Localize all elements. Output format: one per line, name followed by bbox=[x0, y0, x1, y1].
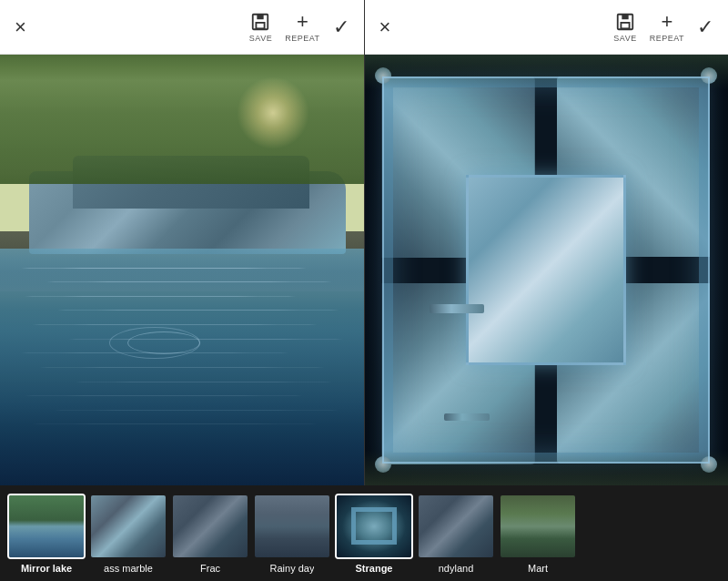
film-thumb-mirror-lake bbox=[7, 494, 86, 559]
left-check-button[interactable]: ✓ bbox=[333, 15, 349, 39]
right-image-container bbox=[365, 55, 729, 485]
svg-rect-4 bbox=[622, 14, 628, 19]
right-close-button[interactable]: × bbox=[379, 17, 391, 37]
left-panel: × SAVE + REPEAT ✓ bbox=[0, 0, 365, 485]
film-thumb-mart bbox=[499, 494, 577, 559]
filmstrip: Mirror lake ass marble Frac Rainy day St… bbox=[0, 485, 728, 581]
film-item-fractal[interactable]: Frac bbox=[171, 494, 249, 574]
right-panel: × SAVE + REPEAT ✓ bbox=[365, 0, 729, 485]
film-thumb-glass-marble bbox=[89, 494, 167, 559]
save-icon bbox=[250, 12, 270, 32]
film-label-fractal: Frac bbox=[200, 563, 220, 574]
right-save-icon bbox=[615, 12, 635, 32]
film-label-glass-marble: ass marble bbox=[104, 563, 153, 574]
film-label-mart: Mart bbox=[528, 563, 548, 574]
left-save-button[interactable]: SAVE bbox=[249, 12, 272, 43]
film-thumb-rainy-day bbox=[253, 494, 331, 559]
right-save-label: SAVE bbox=[613, 34, 636, 43]
svg-rect-2 bbox=[257, 22, 265, 27]
film-label-mirror-lake: Mirror lake bbox=[21, 563, 72, 574]
left-close-button[interactable]: × bbox=[15, 17, 26, 37]
left-repeat-button[interactable]: + REPEAT bbox=[285, 12, 319, 43]
film-item-glass-marble[interactable]: ass marble bbox=[89, 494, 167, 574]
right-plus-icon: + bbox=[661, 12, 672, 32]
svg-rect-5 bbox=[621, 22, 629, 27]
film-thumb-fractal bbox=[171, 494, 249, 559]
film-label-strange: Strange bbox=[356, 563, 393, 574]
main-area: × SAVE + REPEAT ✓ bbox=[0, 0, 728, 485]
film-item-strange[interactable]: Strange bbox=[335, 494, 413, 574]
plus-icon: + bbox=[297, 12, 308, 32]
film-label-candyland: ndyland bbox=[439, 563, 474, 574]
right-repeat-label: REPEAT bbox=[650, 34, 684, 43]
right-check-button[interactable]: ✓ bbox=[697, 15, 713, 39]
film-item-candyland[interactable]: ndyland bbox=[417, 494, 495, 574]
left-toolbar: × SAVE + REPEAT ✓ bbox=[0, 0, 364, 55]
film-label-rainy-day: Rainy day bbox=[270, 563, 315, 574]
right-toolbar: × SAVE + REPEAT ✓ bbox=[365, 0, 729, 55]
film-thumb-candyland bbox=[417, 494, 495, 559]
left-repeat-label: REPEAT bbox=[285, 34, 319, 43]
left-image-container bbox=[0, 55, 364, 485]
film-thumb-strange bbox=[335, 494, 413, 559]
right-save-button[interactable]: SAVE bbox=[613, 12, 636, 43]
film-item-mirror-lake[interactable]: Mirror lake bbox=[7, 494, 86, 574]
film-item-rainy-day[interactable]: Rainy day bbox=[253, 494, 331, 574]
svg-rect-1 bbox=[258, 14, 264, 19]
right-repeat-button[interactable]: + REPEAT bbox=[650, 12, 684, 43]
left-save-label: SAVE bbox=[249, 34, 272, 43]
film-item-mart[interactable]: Mart bbox=[499, 494, 577, 574]
